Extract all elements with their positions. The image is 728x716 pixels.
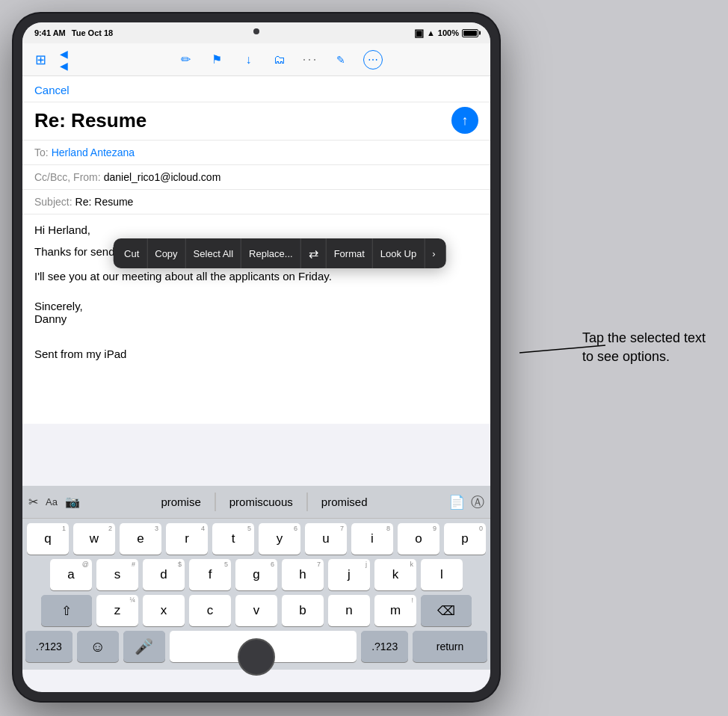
email-greeting: Hi Herland,: [34, 223, 478, 236]
key-b[interactable]: b: [282, 595, 324, 626]
person-icon[interactable]: Ⓐ: [471, 493, 484, 511]
key-p[interactable]: 0p: [444, 523, 486, 555]
battery-icon: [462, 29, 478, 37]
suggestion-1[interactable]: promise: [147, 493, 215, 511]
key-l[interactable]: l: [421, 559, 463, 590]
key-q[interactable]: 1q: [27, 523, 69, 555]
format-menu-item[interactable]: Format: [327, 238, 373, 268]
sidebar-toggle-icon[interactable]: ⊞: [31, 51, 49, 69]
email-body-line2: I'll see you at our meeting about all th…: [34, 268, 478, 286]
font-size-icon[interactable]: Aa: [46, 496, 58, 507]
suggestion-3[interactable]: promised: [307, 493, 381, 511]
context-menu: Cut Copy Select All Replace... ⇄ Format …: [114, 238, 446, 268]
to-label: To:: [34, 146, 49, 158]
to-field[interactable]: To: Herland Antezana: [22, 141, 490, 165]
folder-icon[interactable]: 🗂: [271, 51, 289, 69]
email-subject-title: Re: Resume: [34, 109, 146, 132]
shift-key[interactable]: ⇧: [41, 595, 92, 626]
annotation-text: Tap the selected textto see options.: [582, 329, 706, 366]
key-w[interactable]: 2w: [73, 523, 115, 555]
replace-menu-item[interactable]: Replace...: [241, 238, 301, 268]
copy-menu-item[interactable]: Copy: [147, 238, 185, 268]
emoji-key[interactable]: ☺: [77, 631, 119, 662]
compose-title-row: Re: Resume ↑: [22, 102, 490, 141]
key-k[interactable]: kk: [374, 559, 416, 590]
key-i[interactable]: 8i: [351, 523, 393, 555]
archive-icon[interactable]: ↓: [239, 51, 257, 69]
keyboard-suggestions-bar: ✂ Aa 📷 promise promiscuous promised 📄 Ⓐ: [22, 486, 490, 519]
cc-field[interactable]: Cc/Bcc, From: daniel_rico1@icloud.com: [22, 165, 490, 190]
transform-menu-item[interactable]: ⇄: [301, 238, 327, 268]
key-c[interactable]: c: [189, 595, 231, 626]
more-icon[interactable]: ⋯: [363, 50, 383, 70]
back-icon[interactable]: ◀ ◀: [60, 51, 78, 69]
edit-icon[interactable]: ✎: [332, 51, 350, 69]
compose-body[interactable]: Cut Copy Select All Replace... ⇄ Format …: [22, 215, 490, 424]
cc-value: daniel_rico1@icloud.com: [104, 171, 221, 183]
battery-percent: 100%: [438, 28, 459, 37]
toolbar-dots: ···: [302, 52, 318, 67]
cut-menu-item[interactable]: Cut: [117, 238, 147, 268]
backspace-key[interactable]: ⌫: [421, 595, 472, 626]
key-o[interactable]: 9o: [398, 523, 439, 555]
select-all-menu-item[interactable]: Select All: [186, 238, 241, 268]
suggestion-2[interactable]: promiscuous: [215, 493, 307, 511]
key-f[interactable]: 5f: [189, 559, 231, 590]
mail-compose-area: Cancel Re: Resume ↑ To: Herland Antezana…: [22, 76, 490, 424]
sent-from: Sent from my iPad: [34, 348, 478, 360]
key-m[interactable]: !m: [374, 595, 416, 626]
cancel-button[interactable]: Cancel: [34, 84, 70, 96]
to-value: Herland Antezana: [52, 146, 135, 158]
suggestions-words: promise promiscuous promised: [84, 493, 444, 511]
subject-label: Subject:: [34, 196, 73, 208]
key-u[interactable]: 7u: [305, 523, 347, 555]
ipad-device: 9:41 AM Tue Oct 18 ▣ ▲ 100% ⊞ ◀ ◀ ✏ ⚑ ↓: [13, 13, 499, 701]
key-a[interactable]: @a: [50, 559, 92, 590]
key-x[interactable]: x: [143, 595, 185, 626]
key-v[interactable]: v: [235, 595, 277, 626]
key-d[interactable]: $d: [143, 559, 185, 590]
email-signature: Sincerely, Danny: [34, 300, 478, 325]
scissors-icon[interactable]: ✂: [28, 495, 38, 509]
number-key[interactable]: .?123: [25, 631, 73, 662]
annotation-label: Tap the selected textto see options.: [582, 330, 706, 364]
key-j[interactable]: jj: [328, 559, 370, 590]
key-h[interactable]: 7h: [282, 559, 324, 590]
return-key[interactable]: return: [413, 631, 487, 662]
status-date: Tue Oct 18: [72, 28, 113, 37]
cc-label: Cc/Bcc, From:: [34, 171, 101, 183]
send-button[interactable]: ↑: [451, 107, 478, 134]
key-s[interactable]: #s: [96, 559, 138, 590]
number-key-2[interactable]: .?123: [361, 631, 408, 662]
keyboard-row-1: 1q 2w 3e 4r 5t 6y 7u 8i 9o 0p: [25, 523, 487, 555]
subject-value: Re: Resume: [75, 196, 134, 208]
keyboard-row-2: @a #s $d 5f 6g 7h jj kk l: [25, 559, 487, 590]
key-n[interactable]: n: [328, 595, 370, 626]
doc-icon[interactable]: 📄: [448, 494, 465, 510]
wifi-icon: ▲: [427, 28, 435, 37]
key-g[interactable]: 6g: [235, 559, 277, 590]
ipad-screen: 9:41 AM Tue Oct 18 ▣ ▲ 100% ⊞ ◀ ◀ ✏ ⚑ ↓: [22, 22, 490, 692]
subject-field[interactable]: Subject: Re: Resume: [22, 190, 490, 215]
key-t[interactable]: 5t: [212, 523, 254, 555]
home-button[interactable]: [238, 638, 275, 676]
camera-icon[interactable]: 📷: [65, 495, 80, 509]
more-menu-item[interactable]: ›: [425, 238, 442, 268]
keyboard-row-3: ⇧ ¼z x c v b n !m ⌫: [25, 595, 487, 626]
camera-dot: [253, 28, 259, 34]
app-toolbar: ⊞ ◀ ◀ ✏ ⚑ ↓ 🗂 ··· ✎ ⋯: [22, 43, 490, 76]
key-y[interactable]: 6y: [259, 523, 300, 555]
sidebar-icon: ▣: [414, 27, 424, 39]
email-closing: Sincerely,: [34, 300, 478, 312]
flag-icon[interactable]: ⚑: [208, 51, 226, 69]
key-r[interactable]: 4r: [166, 523, 208, 555]
email-name: Danny: [34, 312, 478, 325]
look-up-menu-item[interactable]: Look Up: [373, 238, 425, 268]
mic-key[interactable]: 🎤: [123, 631, 165, 662]
status-time: 9:41 AM: [34, 28, 66, 37]
key-e[interactable]: 3e: [120, 523, 161, 555]
key-z[interactable]: ¼z: [96, 595, 138, 626]
compose-icon[interactable]: ✏: [176, 51, 194, 69]
